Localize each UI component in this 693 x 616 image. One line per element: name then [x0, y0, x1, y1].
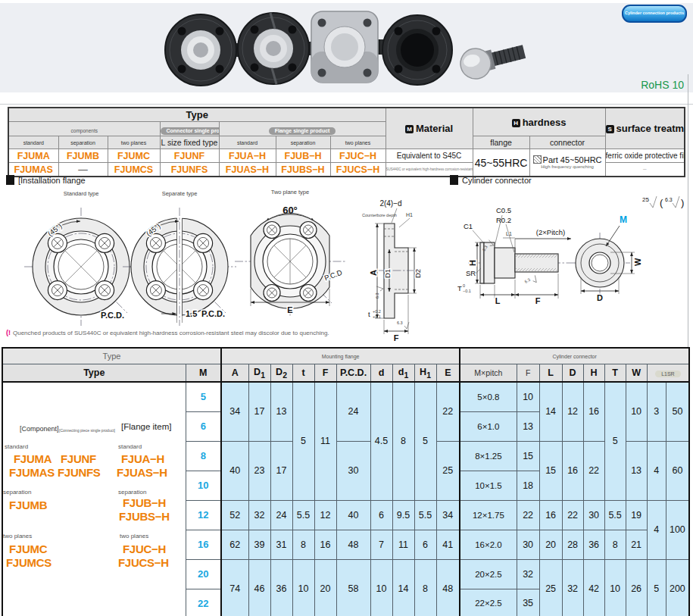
- dim-d1: 32: [248, 500, 270, 530]
- part-number[interactable]: FJUMCS: [6, 556, 52, 569]
- dim-sr: 60: [666, 441, 689, 500]
- dim-d-small: 4.5: [370, 382, 392, 500]
- photo-connector-screw: [457, 37, 528, 83]
- dim-pcd: 30: [336, 441, 370, 500]
- dim-f2: 32: [517, 559, 539, 589]
- part-number[interactable]: FJUCS−H: [118, 556, 169, 569]
- dim-h1: 6: [414, 530, 436, 559]
- drawing-flange-two-plane: Two plane type 60° P.C.D E: [235, 189, 345, 317]
- note-icon: (!: [6, 329, 11, 336]
- part-number[interactable]: FJUA−H: [121, 452, 164, 465]
- col-pcd: P.C.D.: [336, 364, 370, 383]
- dim-t: 10: [292, 559, 314, 616]
- dim-h1: 5: [414, 382, 436, 500]
- dim-h1: 5.5: [414, 500, 436, 530]
- dim-f2: 13: [517, 411, 539, 441]
- dim-f2: 18: [517, 471, 539, 500]
- part-number[interactable]: FJUMC: [108, 149, 160, 163]
- m-size-12: 12: [186, 500, 221, 530]
- part-number[interactable]: FJUC−H: [330, 149, 386, 163]
- dim-mxp: 8×1.25: [460, 441, 517, 471]
- col-m: M: [186, 364, 221, 383]
- category-label: standard: [118, 443, 142, 450]
- svg-text:D1: D1: [383, 269, 392, 278]
- dim-l1: 4: [647, 441, 666, 500]
- svg-text:6.3: 6.3: [665, 197, 673, 202]
- dim-d-cap: 28: [562, 530, 583, 559]
- drawing-connector-front: M W D: [570, 214, 642, 302]
- svg-text:A: A: [369, 270, 378, 276]
- svg-text:2(4)−d: 2(4)−d: [379, 199, 401, 208]
- dim-e: 25: [436, 441, 460, 500]
- svg-text:t: t: [368, 310, 370, 318]
- part-number[interactable]: FJUNFS: [58, 466, 101, 479]
- part-number[interactable]: FJUNF: [160, 149, 219, 163]
- surface-value: ferric oxide protective film: [605, 149, 685, 163]
- material-value: Equivalent to S45C: [386, 149, 473, 163]
- dim-a: 40: [221, 441, 248, 500]
- top-corner-badge[interactable]: Cylinder connection products: [622, 5, 687, 23]
- photo-flange-only: [382, 15, 452, 85]
- connecting-piece-header: [Connecting piece single product]: [59, 428, 115, 433]
- svg-text:R0.2: R0.2: [496, 216, 511, 224]
- col-l: L: [539, 364, 562, 383]
- part-number[interactable]: FJUA−H: [219, 149, 276, 163]
- dim-sr: 50: [666, 382, 689, 441]
- group-connector-single: Connector single product: [161, 127, 220, 135]
- dim-h-cap: 22: [583, 441, 604, 500]
- m-size-16: 16: [186, 530, 221, 559]
- svg-text:T: T: [457, 284, 462, 292]
- dim-t-cap: 5.5: [604, 500, 626, 530]
- category-label: two planes: [120, 533, 148, 539]
- dim-l1: 3: [647, 382, 666, 441]
- catalog-page: { "badge": {"label": "Cylinder connectio…: [0, 0, 693, 616]
- dim-pcd: 40: [336, 500, 370, 530]
- hatch-icon: [533, 155, 542, 164]
- part-number[interactable]: FJUMA: [8, 149, 58, 163]
- part-number[interactable]: FJUB−H: [276, 149, 330, 163]
- dim-d2: 24: [270, 500, 292, 530]
- col-f: F: [314, 364, 336, 383]
- dim-h1: 8: [414, 559, 436, 616]
- component-header: [Component]: [20, 425, 59, 433]
- svg-text:Two plane type: Two plane type: [271, 189, 309, 195]
- part-number[interactable]: FJUMAS: [9, 466, 55, 479]
- part-number[interactable]: FJUB−H: [123, 496, 166, 509]
- technical-drawings: Standard type (45°) P.C.D. Separate type: [0, 173, 693, 347]
- surface-icon: S: [606, 125, 614, 133]
- part-number[interactable]: FJUMA: [14, 452, 52, 465]
- drawing-flange-separate: Separate type (45°) 1.5 P.C.D.: [123, 190, 236, 326]
- part-number[interactable]: FJUMB: [9, 499, 47, 511]
- svg-text:M: M: [620, 214, 627, 225]
- dim-h-cap: 36: [583, 530, 604, 559]
- dim-d1-small: 11: [392, 530, 414, 559]
- connector-hrc: Part 45~50HRC: [543, 155, 602, 164]
- connector-note: High frequency quenching: [530, 164, 605, 170]
- part-number[interactable]: FJUMB: [58, 149, 108, 163]
- category-label: separation: [118, 489, 146, 496]
- dim-w: 19: [626, 500, 647, 530]
- dim-pcd: 48: [336, 530, 370, 559]
- sub-separation: separation: [58, 136, 108, 149]
- sub-standard: standard: [8, 136, 58, 149]
- dim-f2: 30: [517, 530, 539, 559]
- dim-h-cap: 30: [583, 500, 604, 530]
- dim-l: 16: [539, 500, 562, 530]
- svg-text:): ): [681, 197, 684, 208]
- part-number[interactable]: FJUNF: [61, 452, 96, 465]
- svg-text:−0.1: −0.1: [463, 289, 471, 293]
- col-t-cap: T: [604, 364, 626, 383]
- m-size-6: 6: [186, 411, 221, 441]
- svg-text:P.C.D.: P.C.D.: [201, 309, 225, 318]
- part-number[interactable]: FJUC−H: [123, 543, 166, 555]
- dim-d1: 23: [248, 441, 270, 500]
- dim-d1: 17: [248, 382, 270, 441]
- hardness-connector-col: connector: [529, 136, 605, 149]
- part-number[interactable]: FJUBS−H: [119, 510, 170, 523]
- part-number[interactable]: FJUMC: [9, 543, 47, 555]
- svg-text:0: 0: [463, 283, 465, 288]
- surface-label: surface treatment: [617, 123, 685, 134]
- col-d-cap: D: [562, 364, 583, 383]
- part-number[interactable]: FJUAS−H: [117, 466, 167, 479]
- rohs-label: RoHS 10: [641, 79, 684, 91]
